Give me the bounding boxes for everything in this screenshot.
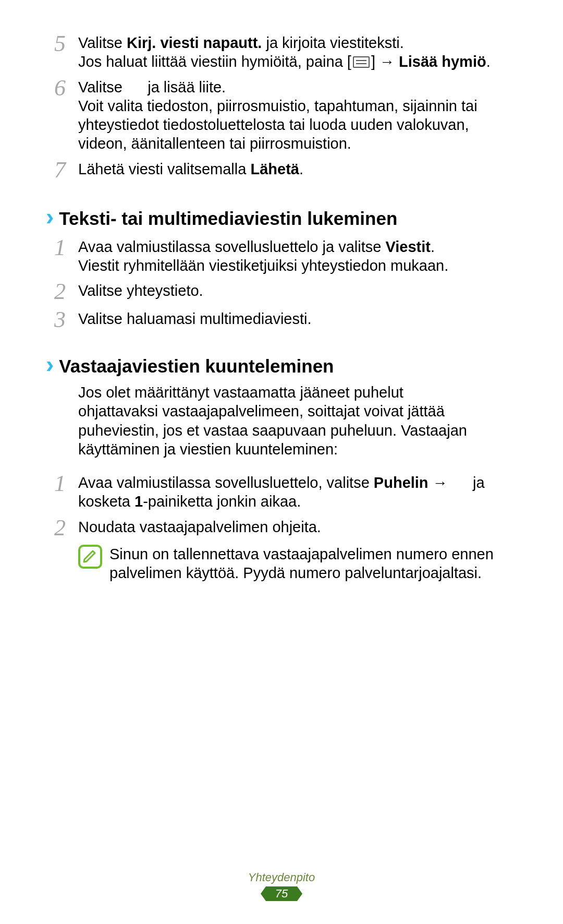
text-bold: 1 [134,493,143,510]
text: Viestit ryhmitellään viestiketjuiksi yht… [78,257,448,274]
step-body: Valitse haluamasi multimediaviesti. [74,307,517,328]
menu-icon [353,56,370,68]
text: Voit valita tiedoston, piirrosmuistio, t… [78,98,478,152]
note-icon [78,545,102,569]
section-title: Teksti- tai multimediaviestin lukeminen [59,208,397,229]
step-number: 6 [46,76,74,100]
chevron-icon: › [46,352,54,376]
text-bold: Viestit [385,238,431,255]
text: . [299,161,303,177]
note-text: Sinun on tallennettava vastaajapalvelime… [109,545,517,583]
step-body: Noudata vastaajapalvelimen ohjeita. [74,515,517,536]
step-body: Avaa valmiustilassa sovellusluettelo, va… [74,471,517,511]
document-page: 5 Valitse Kirj. viesti napautt. ja kirjo… [0,0,563,924]
step-body: Valitse Kirj. viesti napautt. ja kirjoit… [74,31,517,71]
step-7: 7 Lähetä viesti valitsemalla Lähetä. [46,158,517,182]
step-6: 6 Valitse ja lisää liite. Voit valita ti… [46,76,517,153]
section-title: Vastaajaviestien kuunteleminen [59,356,334,377]
chevron-icon: › [46,205,54,229]
section-heading-voicemail: › Vastaajaviestien kuunteleminen [46,352,517,377]
text: ja kirjoita viestiteksti. [262,34,403,51]
text: Valitse [78,79,127,95]
text-bold: Lisää hymiö [399,53,486,70]
section1-step-2: 2 Valitse yhteystieto. [46,279,517,303]
step-body: Lähetä viesti valitsemalla Lähetä. [74,158,517,178]
step-number: 7 [46,158,74,182]
section2-intro: Jos olet määrittänyt vastaamatta jääneet… [78,383,485,459]
step-number: 1 [46,235,74,259]
text: → [429,474,452,491]
text: -painiketta jonkin aikaa. [143,493,301,510]
text: Jos haluat liittää viestiin hymiöitä, pa… [78,53,351,70]
text: Lähetä viesti valitsemalla [78,161,250,177]
section1-step-3: 3 Valitse haluamasi multimediaviesti. [46,307,517,331]
text: . [486,53,491,70]
step-body: Valitse yhteystieto. [74,279,517,300]
text: Valitse [78,34,127,51]
step-number: 2 [46,515,74,539]
section-heading-reading: › Teksti- tai multimediaviestin lukemine… [46,205,517,229]
text: Avaa valmiustilassa sovellusluettelo ja … [78,238,385,255]
step-number: 2 [46,279,74,303]
text: Avaa valmiustilassa sovellusluettelo, va… [78,474,374,491]
note-row: Sinun on tallennettava vastaajapalvelime… [78,545,517,583]
text-bold: Kirj. viesti napautt. [127,34,262,51]
section2-step-2: 2 Noudata vastaajapalvelimen ohjeita. [46,515,517,539]
page-footer: Yhteydenpito 75 [0,871,563,901]
text-bold: Puhelin [374,474,429,491]
step-number: 3 [46,307,74,331]
step-5: 5 Valitse Kirj. viesti napautt. ja kirjo… [46,31,517,71]
section1-step-1: 1 Avaa valmiustilassa sovellusluettelo j… [46,235,517,275]
step-number: 1 [46,471,74,495]
page-number-badge: 75 [266,886,297,901]
step-body: Avaa valmiustilassa sovellusluettelo ja … [74,235,517,275]
step-number: 5 [46,31,74,55]
step-body: Valitse ja lisää liite. Voit valita tied… [74,76,517,153]
section2-step-1: 1 Avaa valmiustilassa sovellusluettelo, … [46,471,517,511]
text: ] → [371,53,399,70]
text: ja lisää liite. [143,79,226,95]
footer-section-label: Yhteydenpito [0,871,563,884]
text-bold: Lähetä [250,161,299,177]
text: . [431,238,435,255]
